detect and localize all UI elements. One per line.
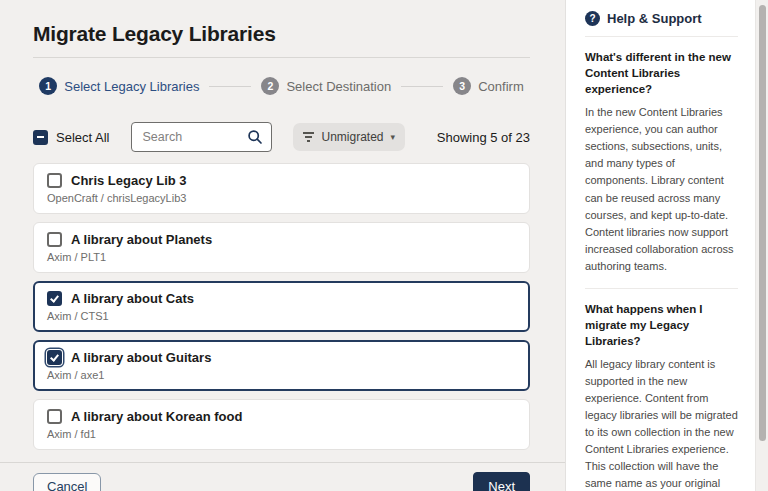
check-icon <box>50 293 59 302</box>
library-title: A library about Cats <box>71 291 194 306</box>
next-button[interactable]: Next <box>473 472 530 491</box>
page-title: Migrate Legacy Libraries <box>33 22 530 58</box>
library-checkbox[interactable] <box>47 291 62 306</box>
step-confirm[interactable]: 3 Confirm <box>453 77 524 95</box>
step-connector <box>401 86 443 87</box>
library-title: A library about Guitars <box>71 350 211 365</box>
indeterminate-icon <box>37 136 44 138</box>
step-2-label: Select Destination <box>286 79 391 94</box>
library-list: Chris Legacy Lib 3 OpenCraft / chrisLega… <box>33 163 530 450</box>
step-3-circle: 3 <box>453 77 471 95</box>
library-org-key: Axim / CTS1 <box>47 310 516 322</box>
help-support-title: Help & Support <box>607 11 702 26</box>
help-heading: What happens when I migrate my Legacy Li… <box>585 301 738 349</box>
library-title: Chris Legacy Lib 3 <box>71 173 187 188</box>
library-card-planets[interactable]: A library about Planets Axim / PLT1 <box>33 222 530 273</box>
search-input[interactable] <box>142 130 247 144</box>
library-card-cats[interactable]: A library about Cats Axim / CTS1 <box>33 281 530 332</box>
chevron-down-icon: ▾ <box>391 132 396 142</box>
wizard-footer: Cancel Next <box>0 462 565 491</box>
help-section-what-happens: What happens when I migrate my Legacy Li… <box>585 289 738 491</box>
search-icon[interactable] <box>247 129 263 145</box>
library-org-key: Axim / axe1 <box>47 369 516 381</box>
step-select-destination[interactable]: 2 Select Destination <box>261 77 391 95</box>
library-checkbox[interactable] <box>47 350 62 365</box>
select-all-checkbox[interactable]: Select All <box>33 130 109 145</box>
library-title: A library about Planets <box>71 232 212 247</box>
cancel-button[interactable]: Cancel <box>33 473 101 491</box>
help-paragraph: In the new Content Libraries experience,… <box>585 104 738 274</box>
library-org-key: Axim / fd1 <box>47 428 516 440</box>
filter-icon <box>303 132 314 142</box>
search-box[interactable] <box>131 122 272 152</box>
step-3-label: Confirm <box>478 79 524 94</box>
library-checkbox[interactable] <box>47 173 62 188</box>
step-1-label: Select Legacy Libraries <box>64 79 199 94</box>
select-all-checkbox-box[interactable] <box>33 130 48 145</box>
list-toolbar: Select All Unmigrated ▾ Showing 5 of 23 <box>33 122 530 152</box>
unmigrated-filter-button[interactable]: Unmigrated ▾ <box>293 123 405 151</box>
step-select-legacy-libraries[interactable]: 1 Select Legacy Libraries <box>39 77 199 95</box>
step-connector <box>209 86 251 87</box>
migrate-legacy-libraries-page: Migrate Legacy Libraries 1 Select Legacy… <box>0 0 768 491</box>
step-1-circle: 1 <box>39 77 57 95</box>
library-card-guitars[interactable]: A library about Guitars Axim / axe1 <box>33 340 530 391</box>
migration-stepper: 1 Select Legacy Libraries 2 Select Desti… <box>33 77 530 95</box>
help-question-icon: ? <box>585 11 600 26</box>
help-support-header: ? Help & Support <box>585 11 738 37</box>
help-section-whats-different: What's different in the new Content Libr… <box>585 37 738 289</box>
help-support-sidebar: ? Help & Support What's different in the… <box>565 0 755 491</box>
library-card-korean-food[interactable]: A library about Korean food Axim / fd1 <box>33 399 530 450</box>
library-org-key: OpenCraft / chrisLegacyLib3 <box>47 192 516 204</box>
help-heading: What's different in the new Content Libr… <box>585 49 738 97</box>
select-all-label: Select All <box>56 130 109 145</box>
page-scrollbar[interactable] <box>755 0 768 491</box>
check-icon <box>50 352 59 361</box>
filter-label: Unmigrated <box>321 130 383 144</box>
library-card-chris-legacy-lib-3[interactable]: Chris Legacy Lib 3 OpenCraft / chrisLega… <box>33 163 530 214</box>
help-paragraph: All legacy library content is supported … <box>585 356 738 491</box>
main-content: Migrate Legacy Libraries 1 Select Legacy… <box>0 0 565 491</box>
step-2-circle: 2 <box>261 77 279 95</box>
showing-count: Showing 5 of 23 <box>437 130 530 145</box>
library-org-key: Axim / PLT1 <box>47 251 516 263</box>
library-title: A library about Korean food <box>71 409 242 424</box>
scrollbar-thumb[interactable] <box>759 5 766 441</box>
library-checkbox[interactable] <box>47 409 62 424</box>
library-checkbox[interactable] <box>47 232 62 247</box>
